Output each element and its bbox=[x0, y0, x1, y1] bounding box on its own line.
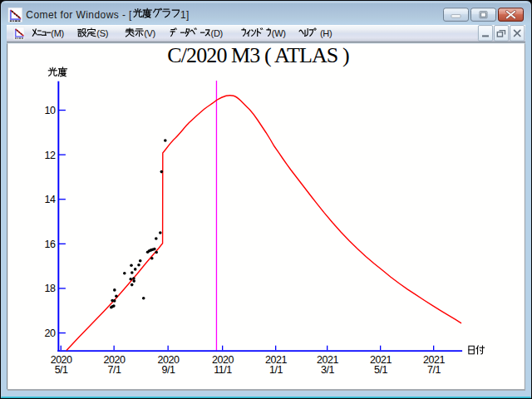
svg-text:7/1: 7/1 bbox=[108, 364, 121, 376]
svg-text:(S): (S) bbox=[96, 28, 108, 38]
svg-text:3/1: 3/1 bbox=[321, 364, 334, 376]
svg-text:18: 18 bbox=[45, 283, 56, 294]
svg-text:12: 12 bbox=[45, 150, 56, 161]
svg-text:1]: 1] bbox=[180, 9, 190, 21]
svg-text:14: 14 bbox=[45, 194, 56, 205]
svg-text:1/1: 1/1 bbox=[269, 364, 283, 376]
svg-text:7/1: 7/1 bbox=[427, 364, 441, 376]
svg-text:9/1: 9/1 bbox=[162, 364, 175, 376]
svg-text:5/1: 5/1 bbox=[374, 364, 387, 376]
svg-text:(W): (W) bbox=[272, 28, 286, 38]
svg-text:5/1: 5/1 bbox=[55, 364, 68, 376]
svg-text:(V): (V) bbox=[144, 28, 155, 38]
svg-text:C/2020 M3 ( ATLAS ): C/2020 M3 ( ATLAS ) bbox=[167, 43, 349, 67]
svg-text:20: 20 bbox=[45, 328, 56, 339]
svg-text:(H): (H) bbox=[320, 28, 332, 38]
svg-text:10: 10 bbox=[45, 105, 56, 116]
svg-text:16: 16 bbox=[45, 239, 56, 250]
svg-text:(M): (M) bbox=[51, 28, 64, 38]
svg-text:11/1: 11/1 bbox=[214, 364, 232, 376]
svg-text:Comet for Windows - [: Comet for Windows - [ bbox=[26, 9, 132, 21]
svg-text:(D): (D) bbox=[211, 28, 223, 38]
